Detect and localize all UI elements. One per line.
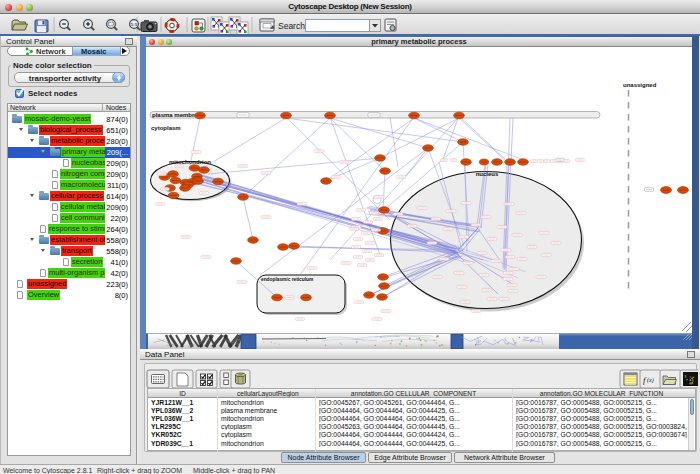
svg-text:nucleus: nucleus [476, 171, 499, 177]
svg-text:1:1: 1:1 [131, 22, 138, 27]
svg-text:endoplasmic reticulum: endoplasmic reticulum [261, 277, 313, 282]
svg-text:cytoplasm: cytoplasm [151, 125, 181, 131]
svg-text:(x): (x) [647, 377, 654, 384]
svg-text:mitochondrion: mitochondrion [169, 159, 211, 165]
svg-text:Search:: Search: [278, 21, 307, 31]
svg-text:unassigned: unassigned [623, 82, 657, 88]
